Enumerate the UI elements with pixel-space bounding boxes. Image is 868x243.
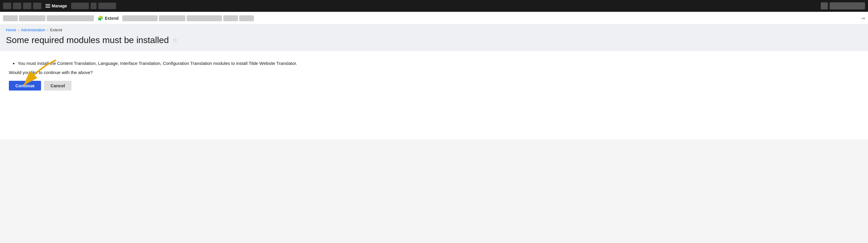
action-buttons: Continue Cancel [9,81,859,91]
nav-icon-2 [13,3,21,9]
nav-user-icon [821,2,828,9]
hamburger-icon [45,4,50,8]
nav-rect-2 [91,3,97,9]
question-text: Would you like to continue with the abov… [9,70,859,75]
breadcrumb-sep-1: › [18,28,19,32]
requirement-message: You must install the Content Translation… [18,60,859,67]
snav-item-5 [159,15,185,21]
manage-button[interactable]: Manage [43,2,69,9]
snav-item-4 [122,15,158,21]
continue-button[interactable]: Continue [9,81,41,91]
puzzle-icon: 🧩 [97,15,103,21]
main-content: You must install the Content Translation… [0,51,868,139]
extend-label: Extend [105,16,119,21]
manage-label: Manage [52,4,67,8]
snav-item-1 [3,15,18,21]
extend-nav-item[interactable]: 🧩 Extend [95,15,121,21]
star-icon[interactable]: ☆ [173,37,178,44]
page-header: Some required modules must be installed … [0,32,868,51]
breadcrumb: Home › Administration › Extend [6,28,862,32]
nav-search-bar[interactable] [830,2,865,9]
snav-item-7 [223,15,238,21]
second-nav: 🧩 Extend ⇥ [0,12,868,25]
breadcrumb-extend: Extend [50,28,62,32]
snav-item-8 [239,15,254,21]
nav-icon-3 [23,3,31,9]
nav-rect-3 [98,3,116,9]
nav-icon-1 [3,3,11,9]
message-list: You must install the Content Translation… [9,60,859,75]
breadcrumb-home[interactable]: Home [6,28,16,32]
snav-item-2 [19,15,45,21]
nav-icon-4 [33,3,41,9]
nav-collapse-arrow[interactable]: ⇥ [861,15,865,22]
top-nav: Manage [0,0,868,12]
nav-rect-1 [71,3,89,9]
cancel-button[interactable]: Cancel [44,81,71,91]
snav-item-6 [187,15,222,21]
breadcrumb-admin[interactable]: Administration [21,28,45,32]
breadcrumb-bar: Home › Administration › Extend [0,25,868,32]
breadcrumb-sep-2: › [47,28,48,32]
page-title: Some required modules must be installed [6,35,169,45]
snav-item-3 [46,15,94,21]
